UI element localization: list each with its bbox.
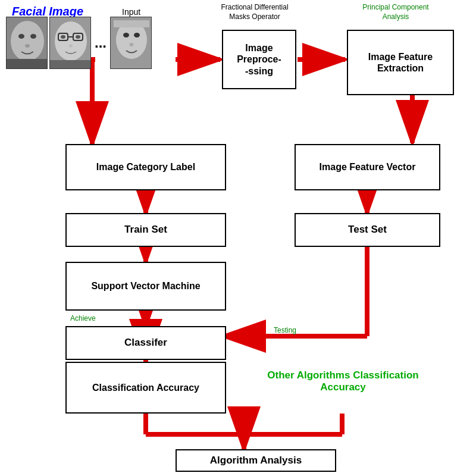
image-category-label-box: Image Category Label xyxy=(65,144,226,190)
svg-rect-38 xyxy=(114,20,149,27)
svg-point-21 xyxy=(30,34,36,39)
svg-point-36 xyxy=(134,33,140,37)
diagram: Facial Image Input xyxy=(0,0,476,476)
ellipsis: ... xyxy=(93,35,108,51)
classifier-box: Classifer xyxy=(65,326,226,360)
face-2 xyxy=(49,17,91,69)
test-set-box: Test Set xyxy=(295,213,440,247)
svg-point-29 xyxy=(61,35,65,39)
svg-point-31 xyxy=(69,45,73,48)
svg-point-20 xyxy=(18,34,24,39)
svg-point-35 xyxy=(123,33,129,37)
other-algorithms-box: Other Algorithms Classification Accuracy xyxy=(264,349,422,414)
image-preprocessing-box: Image Preproce- -ssing xyxy=(222,30,296,89)
fractional-diff-label: Fractional DifferentialMasks Operator xyxy=(219,3,290,21)
svg-point-30 xyxy=(76,35,80,39)
classification-accuracy-box: Classification Accuracy xyxy=(65,362,226,414)
algorithm-analysis-box: Algorithm Analysis xyxy=(176,449,336,472)
train-set-box: Train Set xyxy=(65,213,226,247)
face-3 xyxy=(110,17,152,69)
face-1 xyxy=(6,17,48,69)
svm-box: Support Vector Machine xyxy=(65,262,226,311)
svg-rect-23 xyxy=(7,59,48,69)
pca-label: Principal ComponentAnalysis xyxy=(354,3,437,21)
image-feature-extraction-box: Image Feature Extraction xyxy=(347,30,454,95)
svg-point-22 xyxy=(25,44,30,48)
image-feature-vector-box: Image Feature Vector xyxy=(295,144,440,190)
achieve-label: Achieve xyxy=(70,314,96,322)
svg-point-19 xyxy=(11,21,44,61)
svg-point-37 xyxy=(130,43,134,46)
testing-label: Testing xyxy=(274,326,296,334)
svg-rect-32 xyxy=(50,60,91,69)
svg-point-25 xyxy=(55,21,87,61)
face-images: ... xyxy=(6,17,152,69)
input-label: Input xyxy=(122,7,140,17)
